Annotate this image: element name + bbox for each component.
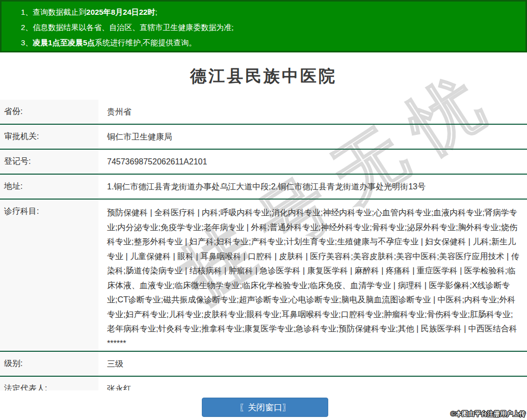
row-value: 预防保健科 | 全科医疗科 | 内科;呼吸内科专业;消化内科专业;神经内科专业;… bbox=[98, 200, 527, 351]
row-label: 省份: bbox=[0, 100, 98, 124]
row-label: 法定代表人: bbox=[0, 377, 98, 390]
notice-text-bold: 2025年8月24日22时 bbox=[86, 8, 155, 16]
row-label: 级别: bbox=[0, 352, 98, 376]
row-label: 地址: bbox=[0, 175, 98, 199]
row-value: 贵州省 bbox=[98, 100, 527, 124]
table-row-legal-representative: 法定代表人: 张永红 bbox=[0, 377, 527, 390]
row-value: 铜仁市卫生健康局 bbox=[98, 125, 527, 149]
close-window-button[interactable]: 〖关闭窗口〗 bbox=[202, 398, 328, 417]
notice-number: 3、 bbox=[21, 38, 33, 47]
table-row-address: 地址: 1.铜仁市德江县青龙街道办事处乌江大道中段;2.铜仁市德江县青龙街道办事… bbox=[0, 175, 527, 200]
hospital-detail-table: 省份: 贵州省 审批机关: 铜仁市卫生健康局 登记号: 745736987520… bbox=[0, 100, 527, 390]
row-value: 1.铜仁市德江县青龙街道办事处乌江大道中段;2.铜仁市德江县青龙街道办事处光明街… bbox=[98, 175, 527, 199]
notice-text: 系统进行维护,不能提供查询。 bbox=[95, 38, 196, 47]
table-row-level: 级别: 三级 bbox=[0, 352, 527, 377]
row-value: 74573698752062611A2101 bbox=[98, 150, 527, 174]
page-title: 德江县民族中医院 bbox=[0, 52, 527, 100]
notice-text: ; bbox=[155, 8, 157, 16]
notice-number: 2、 bbox=[21, 23, 33, 32]
table-row-province: 省份: 贵州省 bbox=[0, 100, 527, 125]
notice-text-bold: 凌晨1点至凌晨5点 bbox=[33, 38, 95, 47]
notice-line-2: 2、信息数据结果以各省、自治区、直辖市卫生健康委数据为准; bbox=[21, 20, 525, 35]
row-label: 诊疗科目: bbox=[0, 200, 98, 351]
row-label: 登记号: bbox=[0, 150, 98, 174]
notice-line-1: 1、查询数据截止到2025年8月24日22时; bbox=[21, 5, 525, 20]
row-label: 审批机关: bbox=[0, 125, 98, 149]
notice-banner: 1、查询数据截止到2025年8月24日22时; 2、信息数据结果以各省、自治区、… bbox=[0, 0, 527, 52]
notice-text: 信息数据结果以各省、自治区、直辖市卫生健康委数据为准; bbox=[33, 23, 233, 32]
upload-credit-text: ©本图由平台注册用户上传 bbox=[451, 410, 525, 418]
table-row-approval-authority: 审批机关: 铜仁市卫生健康局 bbox=[0, 125, 527, 150]
table-row-medical-departments: 诊疗科目: 预防保健科 | 全科医疗科 | 内科;呼吸内科专业;消化内科专业;神… bbox=[0, 200, 527, 352]
notice-number: 1、 bbox=[21, 8, 33, 16]
notice-text: 查询数据截止到 bbox=[33, 8, 86, 16]
row-value: 张永红 bbox=[98, 377, 527, 390]
notice-line-3: 3、凌晨1点至凌晨5点系统进行维护,不能提供查询。 bbox=[21, 35, 525, 50]
row-value: 三级 bbox=[98, 352, 527, 376]
table-row-registration-number: 登记号: 74573698752062611A2101 bbox=[0, 150, 527, 175]
